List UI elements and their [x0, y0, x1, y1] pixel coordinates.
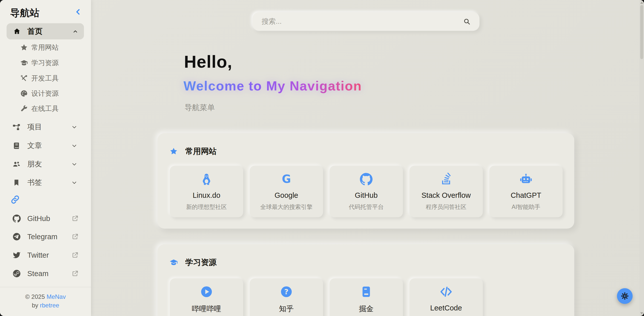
chevron-down-icon: [72, 124, 77, 130]
robot-icon: [520, 173, 532, 185]
search-bar: [252, 12, 479, 31]
steam-icon: [13, 270, 21, 278]
google-icon: G: [280, 173, 293, 185]
telegram-icon: [13, 233, 21, 241]
sidebar-item-projects[interactable]: 项目: [0, 119, 91, 135]
star-icon: [20, 44, 28, 51]
site-card-bilibili[interactable]: 哔哩哔哩: [170, 278, 243, 316]
journal-icon: [360, 285, 373, 298]
search-icon[interactable]: [463, 18, 470, 25]
external-link-icon: [72, 252, 78, 258]
menav-link[interactable]: MeNav: [47, 293, 66, 300]
author-link[interactable]: rbetree: [40, 302, 59, 309]
scrollbar-up-arrow[interactable]: [640, 2, 643, 4]
external-link-icon: [72, 270, 78, 277]
link-icon: [11, 195, 20, 204]
site-card-juejin[interactable]: 掘金: [330, 278, 403, 316]
svg-text:G: G: [282, 173, 291, 185]
chevron-down-icon: [72, 180, 77, 185]
site-card-stack-overflow[interactable]: Stack Overflow 程序员问答社区: [409, 166, 483, 217]
footer-author: by rbetree: [0, 302, 91, 309]
site-card-google[interactable]: G Google 全球最大的搜索引擎: [250, 166, 323, 217]
footer-copyright: © 2025 MeNav: [0, 293, 91, 301]
social-link-telegram[interactable]: Telegram: [0, 229, 91, 244]
section-learning-resources: 学习资源 哔哩哔哩 ? 知乎 掘金 LeetCode: [157, 244, 574, 316]
github-icon: [360, 173, 373, 185]
sidebar-item-dev-tools[interactable]: 开发工具: [0, 71, 91, 86]
external-link-icon: [72, 215, 78, 222]
sidebar-item-common-sites[interactable]: 常用网站: [0, 40, 91, 55]
sidebar-collapse-button[interactable]: [74, 7, 82, 16]
chevron-left-icon: [74, 8, 82, 16]
bookmark-icon: [13, 179, 20, 186]
section-title: 学习资源: [185, 257, 217, 268]
question-circle-icon: ?: [280, 285, 293, 298]
site-card-chatgpt[interactable]: ChatGPT AI智能助手: [489, 166, 563, 217]
social-link-steam[interactable]: Steam: [0, 266, 91, 281]
linux-icon: [200, 173, 213, 185]
sidebar: 导航站 首页 常用网站 学习资源: [0, 0, 91, 316]
graduation-cap-icon: [20, 59, 28, 67]
app-window: 导航站 首页 常用网站 学习资源: [0, 0, 644, 316]
site-title: 导航站: [10, 7, 40, 19]
site-card-linuxdo[interactable]: Linux.do 新的理想型社区: [170, 166, 243, 217]
sidebar-footer-divider: [0, 287, 91, 287]
social-link-twitter[interactable]: Twitter: [0, 248, 91, 263]
chevron-up-icon: [73, 29, 78, 34]
book-icon: [13, 142, 20, 150]
site-card-github[interactable]: GitHub 代码托管平台: [330, 166, 403, 217]
section-common-sites: 常用网站 Linux.do 新的理想型社区 G Google 全球最大的搜索引擎…: [157, 133, 574, 229]
sidebar-item-friends[interactable]: 朋友: [0, 157, 91, 172]
hero-welcome: Welcome to My Navigation: [183, 78, 362, 93]
svg-text:?: ?: [284, 287, 289, 296]
scrollbar-thumb[interactable]: [640, 5, 643, 59]
gear-icon: [621, 292, 629, 300]
project-diagram-icon: [13, 123, 20, 131]
graduation-cap-icon: [170, 258, 178, 266]
hero-subtitle: 导航菜单: [185, 103, 215, 113]
site-card-zhihu[interactable]: ? 知乎: [250, 278, 323, 316]
twitter-icon: [13, 251, 21, 259]
play-circle-icon: [200, 285, 213, 298]
sidebar-item-bookmarks[interactable]: 书签: [0, 175, 91, 190]
settings-fab-button[interactable]: [617, 288, 633, 304]
external-link-icon: [72, 233, 78, 240]
wrench-icon: [20, 105, 28, 112]
scrollbar-down-arrow[interactable]: [640, 312, 643, 314]
site-card-leetcode[interactable]: LeetCode: [409, 278, 483, 316]
sidebar-item-home[interactable]: 首页: [7, 23, 84, 39]
sidebar-item-online-tools[interactable]: 在线工具: [0, 101, 91, 116]
tools-icon: [20, 75, 28, 82]
social-link-github[interactable]: GitHub: [0, 211, 91, 226]
code-icon: [440, 285, 452, 298]
palette-icon: [20, 90, 28, 97]
sidebar-item-learning-resources[interactable]: 学习资源: [0, 55, 91, 70]
chevron-down-icon: [72, 143, 77, 149]
search-input[interactable]: [252, 12, 479, 31]
sidebar-item-label: 首页: [27, 26, 42, 37]
chevron-down-icon: [72, 161, 77, 167]
users-icon: [13, 160, 20, 168]
hero-greeting: Hello,: [184, 52, 232, 71]
sidebar-item-design-resources[interactable]: 设计资源: [0, 86, 91, 101]
home-icon: [13, 28, 20, 35]
sidebar-item-articles[interactable]: 文章: [0, 138, 91, 153]
github-icon: [13, 214, 21, 223]
stack-overflow-icon: [440, 173, 452, 185]
star-icon: [170, 147, 178, 155]
section-title: 常用网站: [185, 146, 217, 156]
